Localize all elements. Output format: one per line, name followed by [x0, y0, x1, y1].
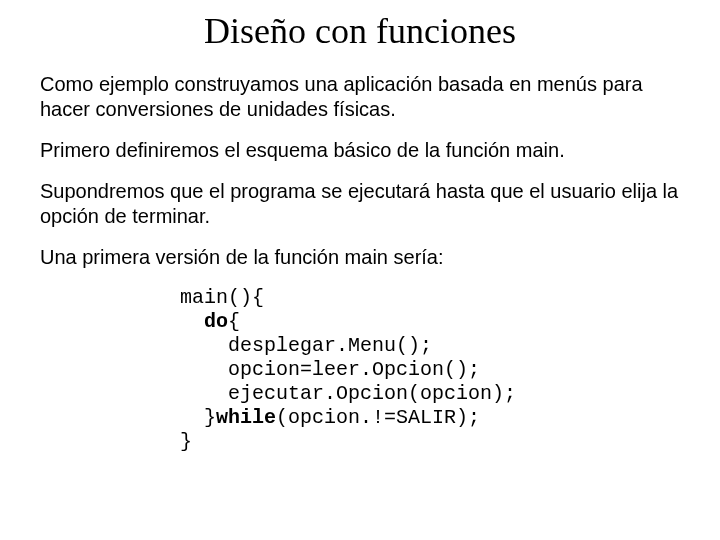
- code-line-2-indent: [180, 310, 204, 333]
- paragraph-1: Como ejemplo construyamos una aplicación…: [40, 72, 680, 122]
- paragraph-4: Una primera versión de la función main s…: [40, 245, 680, 270]
- code-line-6-brace: }: [180, 406, 216, 429]
- code-block: main(){ do{ desplegar.Menu(); opcion=lee…: [180, 286, 680, 454]
- paragraph-2: Primero definiremos el esquema básico de…: [40, 138, 680, 163]
- slide-title: Diseño con funciones: [40, 10, 680, 52]
- keyword-do: do: [204, 310, 228, 333]
- code-line-3: desplegar.Menu();: [180, 334, 432, 357]
- code-line-2-brace: {: [228, 310, 240, 333]
- code-line-5: ejecutar.Opcion(opcion);: [180, 382, 516, 405]
- code-line-7: }: [180, 430, 192, 453]
- code-line-4: opcion=leer.Opcion();: [180, 358, 480, 381]
- code-line-6-cond: (opcion.!=SALIR);: [276, 406, 480, 429]
- paragraph-3: Supondremos que el programa se ejecutará…: [40, 179, 680, 229]
- keyword-while: while: [216, 406, 276, 429]
- code-line-1: main(){: [180, 286, 264, 309]
